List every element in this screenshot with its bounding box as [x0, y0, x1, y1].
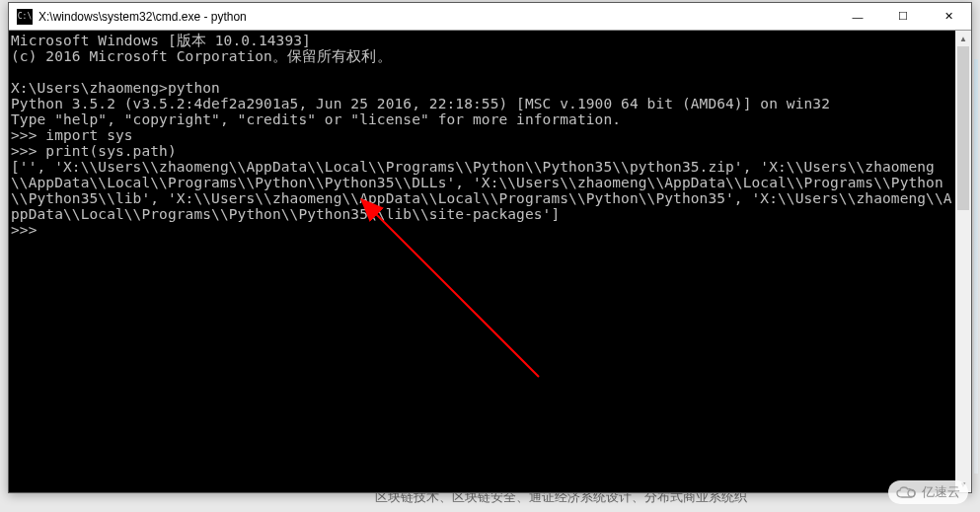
maximize-button[interactable]: ☐	[880, 3, 926, 31]
cmd-window: C:\ X:\windows\system32\cmd.exe - python…	[8, 2, 972, 493]
watermark-text: 亿速云	[922, 483, 960, 501]
svg-point-1	[908, 490, 915, 497]
window-title: X:\windows\system32\cmd.exe - python	[38, 10, 835, 24]
scroll-up-button[interactable]: ▲	[955, 31, 971, 46]
scroll-thumb[interactable]	[957, 46, 969, 210]
terminal-output[interactable]: Microsoft Windows [版本 10.0.14393] (c) 20…	[9, 31, 955, 492]
scroll-track[interactable]	[955, 46, 971, 476]
scrollbar-vertical[interactable]: ▲ ▼	[955, 31, 971, 492]
minimize-button[interactable]: —	[835, 3, 880, 31]
terminal-area: Microsoft Windows [版本 10.0.14393] (c) 20…	[9, 31, 971, 492]
cmd-icon: C:\	[17, 9, 33, 25]
titlebar[interactable]: C:\ X:\windows\system32\cmd.exe - python…	[9, 3, 971, 31]
cloud-icon	[896, 485, 918, 499]
background-strip	[974, 59, 978, 474]
watermark: 亿速云	[888, 480, 968, 504]
close-button[interactable]: ✕	[926, 3, 971, 31]
